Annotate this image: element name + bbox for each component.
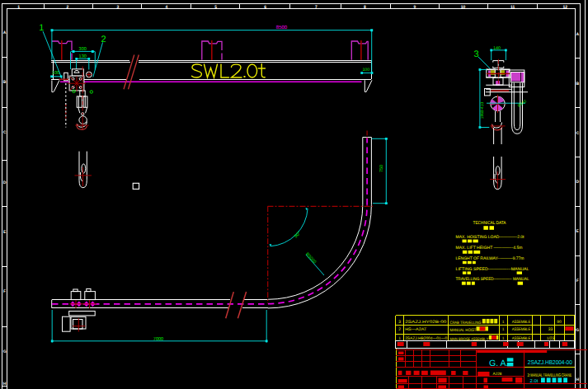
svg-text:10: 10 <box>461 5 466 10</box>
svg-text:1: 1 <box>398 336 401 341</box>
svg-text:2: 2 <box>101 35 106 45</box>
svg-text:MAIN BRIDGE ASSEMBL Y: MAIN BRIDGE ASSEMBL Y <box>449 337 489 342</box>
svg-text:MAX. LIFT HEIGHT ————--4.5m: MAX. LIFT HEIGHT ————--4.5m <box>456 246 523 251</box>
svg-text:140: 140 <box>493 46 501 51</box>
svg-text:G: G <box>3 349 7 354</box>
svg-text:D: D <box>576 180 579 185</box>
svg-text:2t MANUAL TRAVELLING CRANE: 2t MANUAL TRAVELLING CRANE <box>527 373 572 378</box>
svg-text:CRAB TRAVELLING: CRAB TRAVELLING <box>449 321 481 326</box>
svg-text:8500: 8500 <box>276 25 288 30</box>
svg-text:C: C <box>576 131 579 136</box>
svg-text:90: 90 <box>557 320 562 325</box>
svg-text:TRAVELLING SPEED————-- MANUAL: TRAVELLING SPEED————-- MANUAL <box>456 277 529 282</box>
svg-text:5: 5 <box>214 5 217 10</box>
svg-text:F: F <box>3 289 6 294</box>
svg-text:100: 100 <box>362 68 369 73</box>
svg-text:4: 4 <box>166 5 168 10</box>
svg-text:ASSEMBLE: ASSEMBLE <box>512 320 531 325</box>
svg-text:2: 2 <box>66 5 68 10</box>
svg-text:C: C <box>3 130 7 135</box>
svg-text:1: 1 <box>502 320 505 325</box>
svg-text:2SAZJ.HB2004—01—0: 2SAZJ.HB2004—01—0 <box>405 336 447 341</box>
svg-text:ASSEMBLE: ASSEMBLE <box>512 336 531 341</box>
svg-text:33: 33 <box>548 327 553 332</box>
svg-text:3: 3 <box>473 49 478 59</box>
svg-text:B: B <box>576 82 579 87</box>
svg-text:2.0t: 2.0t <box>530 378 539 384</box>
svg-text:R3000: R3000 <box>304 252 317 265</box>
svg-text:3: 3 <box>398 320 401 325</box>
svg-text:8: 8 <box>364 5 366 10</box>
svg-text:750: 750 <box>379 165 384 172</box>
svg-text:LENGHT OF RAILWAY--———9.77m: LENGHT OF RAILWAY--———9.77m <box>456 256 524 261</box>
svg-text:2: 2 <box>398 327 401 332</box>
svg-text:2SAZJ.HB2004-00: 2SAZJ.HB2004-00 <box>528 359 572 366</box>
svg-text:7: 7 <box>315 5 318 10</box>
svg-text:MAX. HOISTING LOAD————-2.0t: MAX. HOISTING LOAD————-2.0t <box>456 235 525 240</box>
svg-text:E: E <box>3 230 7 235</box>
svg-text:2SAZJ.HY02B-00: 2SAZJ.HY02B-00 <box>405 320 446 325</box>
svg-text:3: 3 <box>117 5 120 10</box>
svg-text:H: H <box>3 382 7 387</box>
svg-text:1980-410: 1980-410 <box>480 102 485 120</box>
svg-text:TECHNICAL DATA: TECHNICAL DATA <box>473 221 506 226</box>
svg-text:100: 100 <box>52 71 59 76</box>
svg-text:H: H <box>576 377 579 382</box>
svg-text:1: 1 <box>502 336 505 341</box>
svg-text:G. A.: G. A. <box>489 359 508 368</box>
svg-text:MANUAL HOIST: MANUAL HOIST <box>449 328 476 333</box>
svg-text:300: 300 <box>79 47 87 52</box>
svg-text:130: 130 <box>79 54 87 59</box>
svg-text:6: 6 <box>264 5 266 10</box>
svg-text:1/23: 1/23 <box>547 336 555 341</box>
svg-text:D: D <box>3 180 7 185</box>
svg-text:A: A <box>576 32 579 37</box>
svg-text:A: A <box>3 30 7 35</box>
svg-text:F: F <box>576 279 579 284</box>
svg-text:B: B <box>3 80 7 85</box>
svg-text:90°: 90° <box>293 230 302 239</box>
svg-text:7000: 7000 <box>153 337 163 342</box>
svg-text:ASSEMBLE: ASSEMBLE <box>512 327 531 332</box>
svg-text:LIFTING SPEED-————---MANUAL: LIFTING SPEED-————---MANUAL <box>456 267 529 272</box>
svg-text:11: 11 <box>510 5 515 10</box>
svg-text:9: 9 <box>414 5 416 10</box>
svg-text:HS—A2AT: HS—A2AT <box>405 327 426 332</box>
svg-text:1: 1 <box>502 327 505 332</box>
svg-text:G: G <box>576 328 579 333</box>
svg-text:A228: A228 <box>493 372 502 376</box>
svg-text:1: 1 <box>17 5 20 10</box>
svg-text:E: E <box>576 229 580 234</box>
svg-text:12: 12 <box>562 5 567 10</box>
